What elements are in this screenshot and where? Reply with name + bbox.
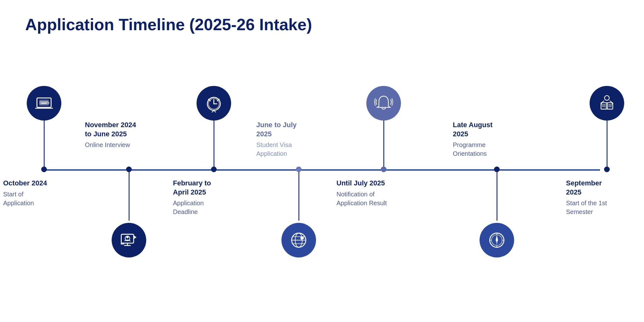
date-jun2025: June to July2025 [256, 121, 341, 138]
connector-feb2025 [214, 121, 214, 169]
date-jul2025: Until July 2025 [336, 179, 431, 188]
date-oct2024: October 2024 [3, 179, 85, 188]
date-nov2024: November 2024to June 2025 [85, 121, 173, 138]
compass-icon [487, 231, 506, 250]
dot-aug2025 [494, 167, 500, 172]
text-feb2025: February toApril 2025 ApplicationDeadlin… [173, 179, 255, 216]
date-feb2025: February toApril 2025 [173, 179, 255, 197]
dot-jul2025 [381, 167, 386, 172]
text-nov2024: November 2024to June 2025 Online Intervi… [85, 121, 173, 149]
desc-jun2025: Student VisaApplication [256, 140, 341, 158]
text-jun2025: June to July2025 Student VisaApplication [256, 121, 341, 158]
text-oct2024: October 2024 Start ofApplication [3, 179, 85, 207]
svg-point-15 [123, 243, 124, 244]
svg-point-40 [605, 96, 609, 100]
svg-point-14 [122, 243, 123, 244]
connector-jul2025 [383, 121, 384, 169]
icon-jul2025 [366, 86, 401, 121]
icon-jun2025 [281, 223, 316, 257]
text-aug2025: Late August2025 ProgrammeOrientations [453, 121, 541, 158]
connector-aug2025 [497, 172, 497, 221]
text-sep2025: September2025 Start of the 1stSemester [566, 179, 644, 216]
svg-point-9 [126, 236, 129, 238]
dot-sep2025 [604, 167, 610, 172]
video-chat-icon [119, 231, 138, 250]
desc-oct2024: Start ofApplication [3, 190, 85, 207]
dot-jun2025 [296, 167, 302, 172]
svg-point-16 [121, 243, 122, 244]
dot-nov2024 [126, 167, 132, 172]
svg-marker-12 [134, 235, 136, 239]
icon-oct2024: APPLY [27, 86, 61, 121]
page-wrapper: Application Timeline (2025-26 Intake) AP… [0, 0, 644, 322]
laptop-apply-icon: APPLY [35, 94, 53, 113]
alarm-clock-icon [204, 94, 223, 113]
dot-oct2024 [41, 167, 47, 172]
date-sep2025: September2025 [566, 179, 644, 197]
dot-feb2025 [211, 167, 217, 172]
bell-icon [374, 94, 393, 113]
connector-nov2024 [129, 172, 130, 221]
connector-oct2024 [44, 121, 45, 169]
desc-feb2025: ApplicationDeadline [173, 199, 255, 216]
svg-line-21 [208, 99, 210, 101]
desc-aug2025: ProgrammeOrientations [453, 140, 541, 158]
desc-jul2025: Notification ofApplication Result [336, 190, 431, 207]
svg-line-22 [217, 99, 219, 101]
icon-nov2024 [112, 223, 146, 257]
desc-sep2025: Start of the 1stSemester [566, 199, 644, 216]
student-reading-icon [597, 94, 616, 113]
desc-nov2024: Online Interview [85, 140, 173, 149]
connector-sep2025 [607, 121, 608, 169]
globe-icon [289, 231, 308, 250]
svg-text:APPLY: APPLY [41, 102, 50, 105]
date-aug2025: Late August2025 [453, 121, 541, 138]
text-jul2025: Until July 2025 Notification ofApplicati… [336, 179, 431, 207]
svg-rect-7 [121, 234, 134, 243]
connector-jun2025 [298, 172, 299, 221]
icon-sep2025 [590, 86, 624, 121]
icon-aug2025 [480, 223, 514, 257]
svg-point-35 [496, 239, 498, 241]
timeline-container: APPLY October 2024 Start ofApplication [25, 53, 619, 289]
page-title: Application Timeline (2025-26 Intake) [25, 15, 619, 34]
icon-feb2025 [197, 86, 231, 121]
